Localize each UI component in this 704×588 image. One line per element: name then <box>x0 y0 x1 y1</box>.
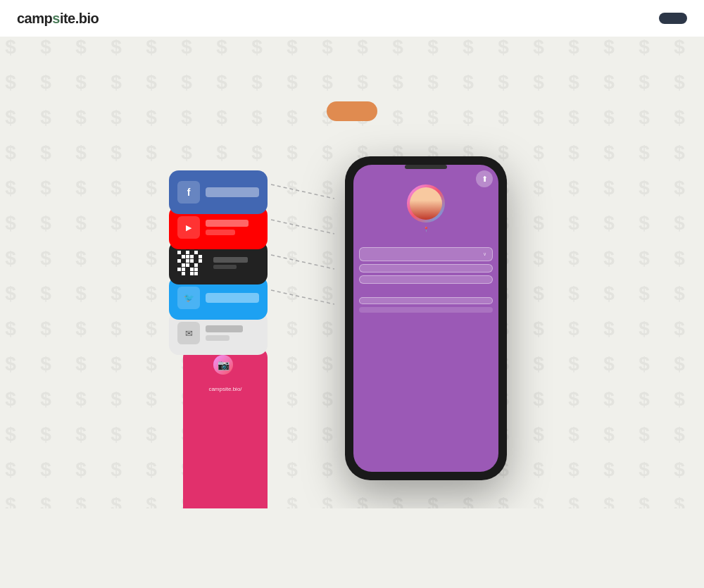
email-icon: ✉ <box>177 322 200 344</box>
ig-grid <box>223 402 227 444</box>
phone-notch <box>405 165 447 169</box>
nav-links <box>546 13 687 24</box>
share-button: ⬆ <box>476 170 493 187</box>
navbar: campsite.bio <box>0 0 704 37</box>
phone-mockup: ⬆ 📍 ∨ <box>345 156 507 480</box>
logo: campsite.bio <box>17 11 99 27</box>
avatar-face <box>410 187 442 220</box>
hero-content <box>14 101 690 156</box>
hero-section: // Generate dollar sign grid const grid … <box>0 37 704 508</box>
offering-btn-1: ∨ <box>359 247 493 261</box>
svg-line-0 <box>271 184 334 199</box>
offering-btn-3 <box>359 275 493 284</box>
profile-avatar <box>407 184 445 223</box>
signup-button[interactable] <box>659 13 687 24</box>
youtube-icon: ▶ <box>177 216 200 239</box>
connector-arrows <box>264 163 348 375</box>
phone-screen: ⬆ 📍 ∨ <box>353 165 498 472</box>
amazon-store-btn <box>359 307 493 313</box>
join-newsletter-btn <box>359 297 493 304</box>
svg-line-2 <box>271 255 334 269</box>
phone-frame: ⬆ 📍 ∨ <box>345 156 507 480</box>
join-community <box>353 287 498 297</box>
mockup-area: f ▶ <box>14 156 690 508</box>
qr-icon <box>177 251 202 275</box>
svg-line-1 <box>271 220 334 234</box>
twitter-icon: 🐦 <box>177 287 200 309</box>
get-started-button[interactable] <box>327 101 377 121</box>
twitter-bar <box>206 293 259 303</box>
instagram-card: 📷 campsite.bio/ <box>183 346 268 508</box>
offering-btn-2 <box>359 264 493 273</box>
facebook-card: f <box>169 170 268 214</box>
profile-location: 📍 <box>360 227 491 232</box>
ig-url: campsite.bio/ <box>208 386 241 392</box>
facebook-bar <box>206 187 259 197</box>
facebook-icon: f <box>177 181 200 204</box>
svg-line-3 <box>271 290 334 304</box>
